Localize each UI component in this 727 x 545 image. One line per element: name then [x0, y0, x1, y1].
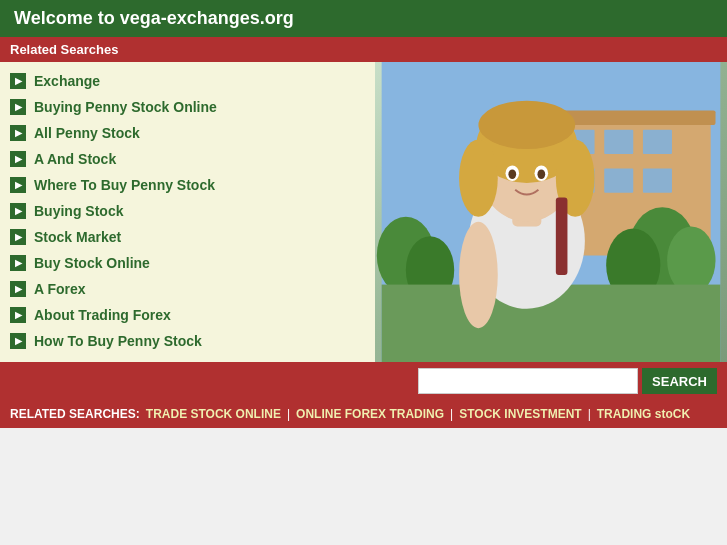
links-panel: ▶Exchange▶Buying Penny Stock Online▶All … [0, 62, 375, 362]
bottom-separator: | [287, 407, 290, 421]
image-panel [375, 62, 727, 362]
link-item[interactable]: ▶A Forex [0, 276, 375, 302]
link-item[interactable]: ▶Buying Penny Stock Online [0, 94, 375, 120]
bottom-label: RELATED SEARCHES: [10, 407, 140, 421]
related-searches-label: Related Searches [10, 42, 118, 57]
link-item[interactable]: ▶Stock Market [0, 224, 375, 250]
hero-image [375, 62, 727, 362]
svg-rect-26 [556, 197, 568, 274]
page-header: Welcome to vega-exchanges.org [0, 0, 727, 37]
link-item[interactable]: ▶Where To Buy Penny Stock [0, 172, 375, 198]
link-arrow-icon: ▶ [10, 333, 26, 349]
link-item[interactable]: ▶About Trading Forex [0, 302, 375, 328]
link-arrow-icon: ▶ [10, 307, 26, 323]
related-searches-bar: Related Searches [0, 37, 727, 62]
svg-point-19 [459, 139, 498, 216]
link-label: About Trading Forex [34, 307, 171, 323]
svg-rect-4 [643, 130, 672, 154]
link-arrow-icon: ▶ [10, 125, 26, 141]
search-button[interactable]: SEARCH [642, 368, 717, 394]
link-label: Buy Stock Online [34, 255, 150, 271]
bottom-related-link[interactable]: STOCK INVESTMENT [459, 407, 581, 421]
svg-point-27 [459, 222, 498, 328]
link-label: Buying Penny Stock Online [34, 99, 217, 115]
link-label: Stock Market [34, 229, 121, 245]
svg-rect-3 [604, 130, 633, 154]
search-input[interactable] [418, 368, 638, 394]
link-label: Buying Stock [34, 203, 123, 219]
link-label: A And Stock [34, 151, 116, 167]
bottom-related-link[interactable]: ONLINE FOREX TRADING [296, 407, 444, 421]
bottom-related-link[interactable]: TRADE STOCK ONLINE [146, 407, 281, 421]
svg-point-11 [667, 227, 715, 295]
content-area: ▶Exchange▶Buying Penny Stock Online▶All … [0, 62, 727, 362]
bottom-bar: RELATED SEARCHES: TRADE STOCK ONLINE|ONL… [0, 400, 727, 428]
svg-point-24 [508, 169, 516, 179]
svg-rect-6 [604, 168, 633, 192]
link-arrow-icon: ▶ [10, 229, 26, 245]
link-arrow-icon: ▶ [10, 177, 26, 193]
link-arrow-icon: ▶ [10, 281, 26, 297]
link-label: Exchange [34, 73, 100, 89]
link-arrow-icon: ▶ [10, 255, 26, 271]
svg-point-25 [537, 169, 545, 179]
link-arrow-icon: ▶ [10, 203, 26, 219]
search-bar: SEARCH [0, 362, 727, 400]
link-item[interactable]: ▶Buying Stock [0, 198, 375, 224]
link-label: How To Buy Penny Stock [34, 333, 202, 349]
svg-point-21 [478, 101, 575, 149]
link-item[interactable]: ▶How To Buy Penny Stock [0, 328, 375, 354]
bottom-related-link[interactable]: TRADING stoCK [597, 407, 690, 421]
link-label: Where To Buy Penny Stock [34, 177, 215, 193]
bottom-separator: | [588, 407, 591, 421]
link-item[interactable]: ▶Buy Stock Online [0, 250, 375, 276]
link-label: A Forex [34, 281, 86, 297]
main-content: Related Searches ▶Exchange▶Buying Penny … [0, 37, 727, 428]
svg-rect-8 [551, 110, 716, 125]
header-title: Welcome to vega-exchanges.org [14, 8, 294, 28]
link-item[interactable]: ▶A And Stock [0, 146, 375, 172]
link-arrow-icon: ▶ [10, 151, 26, 167]
link-item[interactable]: ▶All Penny Stock [0, 120, 375, 146]
link-arrow-icon: ▶ [10, 73, 26, 89]
bottom-separator: | [450, 407, 453, 421]
svg-rect-7 [643, 168, 672, 192]
link-item[interactable]: ▶Exchange [0, 68, 375, 94]
link-arrow-icon: ▶ [10, 99, 26, 115]
link-label: All Penny Stock [34, 125, 140, 141]
